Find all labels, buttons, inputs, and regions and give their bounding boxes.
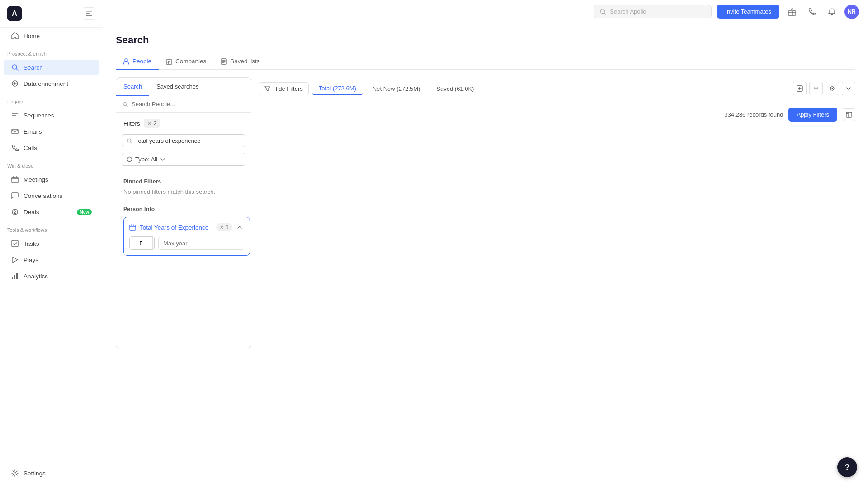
sidebar-item-deals[interactable]: Deals New bbox=[4, 204, 99, 220]
sidebar-item-data-enrichment[interactable]: Data enrichment bbox=[4, 76, 99, 91]
spinner-down[interactable]: ▼ bbox=[153, 243, 155, 249]
left-tab-saved-searches[interactable]: Saved searches bbox=[149, 78, 206, 96]
left-tab-search[interactable]: Search bbox=[116, 78, 149, 96]
left-filter-panel: Search Saved searches Filters ✕ 2 bbox=[116, 77, 251, 348]
sidebar-item-conversations-label: Conversations bbox=[24, 192, 62, 199]
sidebar: A Home Prospect & enrich Search Data enr… bbox=[0, 0, 103, 488]
view-options-button[interactable] bbox=[842, 82, 855, 95]
experience-filter-title-text: Total Years of Experience bbox=[140, 224, 208, 231]
experience-min-field[interactable]: 5 bbox=[130, 237, 152, 249]
user-avatar[interactable]: NR bbox=[844, 5, 859, 19]
apply-filters-button[interactable]: Apply Filters bbox=[788, 108, 837, 122]
toolbar-right-actions bbox=[793, 82, 855, 95]
experience-collapse-button[interactable] bbox=[235, 223, 244, 232]
gift-icon-button[interactable] bbox=[785, 5, 799, 19]
tab-people[interactable]: People bbox=[116, 53, 159, 70]
settings-icon bbox=[11, 469, 19, 477]
filter-count-badge[interactable]: ✕ 2 bbox=[144, 119, 160, 128]
main-tabs: People Companies Saved lists bbox=[116, 53, 855, 70]
left-panel-tabs: Search Saved searches bbox=[116, 78, 251, 96]
search-area: Search Saved searches Filters ✕ 2 bbox=[116, 77, 855, 348]
sidebar-item-calls[interactable]: Calls bbox=[4, 140, 99, 155]
tab-companies[interactable]: Companies bbox=[159, 53, 213, 70]
bell-icon-button[interactable] bbox=[825, 5, 839, 19]
svg-rect-6 bbox=[12, 129, 18, 134]
help-button[interactable]: ? bbox=[837, 457, 857, 477]
sidebar-item-conversations[interactable]: Conversations bbox=[4, 188, 99, 203]
search-people-field[interactable] bbox=[132, 101, 245, 108]
hide-filters-label: Hide Filters bbox=[273, 85, 303, 92]
sidebar-item-data-enrichment-label: Data enrichment bbox=[24, 80, 68, 87]
deals-badge: New bbox=[77, 209, 92, 215]
filter-icon bbox=[264, 86, 270, 92]
sidebar-item-home[interactable]: Home bbox=[4, 28, 99, 43]
dropdown-expand-button[interactable] bbox=[809, 82, 823, 95]
filter-search-box[interactable] bbox=[122, 134, 245, 147]
sidebar-item-emails[interactable]: Emails bbox=[4, 124, 99, 139]
experience-filter-title: Total Years of Experience bbox=[129, 224, 208, 231]
spinner-up[interactable]: ▲ bbox=[153, 237, 155, 243]
tab-companies-label: Companies bbox=[175, 58, 206, 65]
sidebar-section-win-close: Win & close bbox=[0, 156, 103, 171]
sidebar-section-prospect: Prospect & enrich bbox=[0, 44, 103, 59]
sidebar-item-sequences[interactable]: Sequences bbox=[4, 108, 99, 123]
sidebar-item-analytics[interactable]: Analytics bbox=[4, 268, 99, 284]
people-tab-icon bbox=[123, 58, 129, 65]
companies-tab-icon bbox=[166, 58, 172, 65]
view-toggle-button[interactable] bbox=[826, 82, 839, 95]
emails-icon bbox=[11, 127, 19, 136]
sidebar-item-settings[interactable]: Settings bbox=[4, 465, 99, 481]
sidebar-item-home-label: Home bbox=[24, 33, 40, 39]
meetings-icon bbox=[11, 175, 19, 183]
svg-point-28 bbox=[832, 88, 833, 89]
sidebar-item-deals-label: Deals bbox=[24, 209, 39, 216]
tab-saved-lists[interactable]: Saved lists bbox=[213, 53, 267, 70]
records-actions-bar: 334,286 records found Apply Filters bbox=[259, 108, 855, 122]
svg-rect-12 bbox=[16, 273, 18, 279]
experience-filter-card: Total Years of Experience ✕ 1 bbox=[123, 217, 250, 256]
filter-search-icon bbox=[127, 138, 132, 144]
filter-count-number: 2 bbox=[154, 120, 157, 127]
tab-saved-lists-label: Saved lists bbox=[230, 58, 259, 65]
filter-search-input[interactable] bbox=[135, 137, 241, 144]
net-new-tab[interactable]: Net New (272.5M) bbox=[366, 83, 426, 95]
type-dropdown[interactable]: Type: All bbox=[122, 153, 245, 166]
invite-teammates-button[interactable]: Invite Teammates bbox=[717, 5, 779, 19]
experience-count-x[interactable]: ✕ bbox=[220, 225, 224, 230]
global-search[interactable]: Search Apollo bbox=[594, 5, 712, 18]
svg-line-23 bbox=[130, 142, 132, 143]
data-enrichment-icon bbox=[11, 80, 19, 88]
svg-line-15 bbox=[604, 13, 606, 14]
filter-clear-icon[interactable]: ✕ bbox=[147, 121, 151, 127]
sidebar-item-search-label: Search bbox=[24, 64, 43, 71]
app-logo[interactable]: A bbox=[7, 6, 22, 21]
sidebar-item-tasks-label: Tasks bbox=[24, 240, 39, 247]
phone-icon-button[interactable] bbox=[805, 5, 819, 19]
person-info-label: Person Info bbox=[123, 206, 244, 212]
saved-tab[interactable]: Saved (61.0K) bbox=[430, 83, 480, 95]
filters-label: Filters bbox=[123, 120, 140, 127]
sidebar-item-search[interactable]: Search bbox=[4, 60, 99, 75]
sidebar-item-tasks[interactable]: Tasks bbox=[4, 236, 99, 251]
svg-rect-25 bbox=[130, 225, 136, 230]
svg-rect-0 bbox=[86, 11, 92, 12]
total-tab[interactable]: Total (272.6M) bbox=[312, 82, 363, 95]
sidebar-toggle-button[interactable] bbox=[83, 7, 95, 20]
main-content: Search Apollo Invite Teammates NR Search… bbox=[103, 0, 868, 488]
sidebar-item-plays[interactable]: Plays bbox=[4, 252, 99, 267]
pinned-filters-section: Pinned Filters No pinned filters match t… bbox=[116, 171, 251, 202]
experience-count-pill[interactable]: ✕ 1 bbox=[216, 223, 232, 231]
hide-filters-button[interactable]: Hide Filters bbox=[259, 82, 309, 95]
page-title: Search bbox=[116, 34, 855, 46]
sidebar-item-meetings-label: Meetings bbox=[24, 176, 48, 183]
panel-collapse-button[interactable] bbox=[843, 108, 855, 121]
sidebar-section-engage: Engage bbox=[0, 92, 103, 107]
save-list-button[interactable] bbox=[793, 82, 807, 95]
pinned-filters-empty: No pinned filters match this search. bbox=[123, 188, 244, 195]
experience-max-field[interactable] bbox=[158, 237, 244, 250]
right-toolbar: Hide Filters Total (272.6M) Net New (272… bbox=[259, 77, 855, 100]
deals-icon bbox=[11, 208, 19, 216]
sidebar-item-meetings[interactable]: Meetings bbox=[4, 172, 99, 187]
conversations-icon bbox=[11, 192, 19, 200]
experience-min-input[interactable]: 5 ▲ ▼ bbox=[129, 236, 155, 250]
